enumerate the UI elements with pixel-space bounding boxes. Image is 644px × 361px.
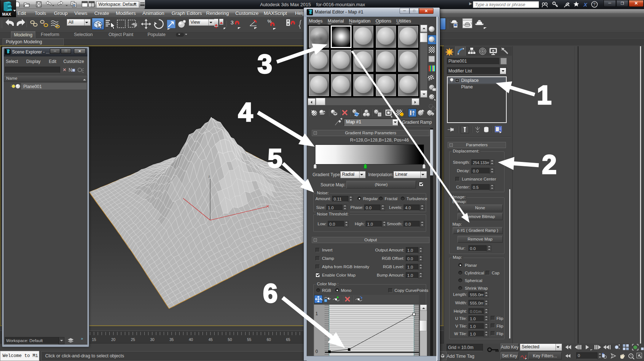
svg-text:20: 20	[111, 337, 115, 342]
svg-text:?: ?	[593, 2, 596, 7]
svg-text:55: 55	[247, 337, 251, 342]
svg-text:40: 40	[189, 337, 193, 342]
svg-text:z: z	[208, 175, 210, 178]
svg-text:65: 65	[286, 337, 290, 342]
svg-text:45: 45	[208, 337, 213, 342]
svg-text:MAX: MAX	[2, 12, 11, 16]
svg-text:X: X	[583, 1, 588, 8]
svg-text:15: 15	[92, 337, 96, 342]
svg-text:25: 25	[131, 337, 135, 342]
svg-text:60: 60	[267, 337, 271, 342]
svg-text:50: 50	[228, 337, 232, 342]
svg-text:35: 35	[169, 337, 174, 342]
svg-text:30: 30	[150, 337, 154, 342]
svg-text:3: 3	[231, 19, 233, 25]
